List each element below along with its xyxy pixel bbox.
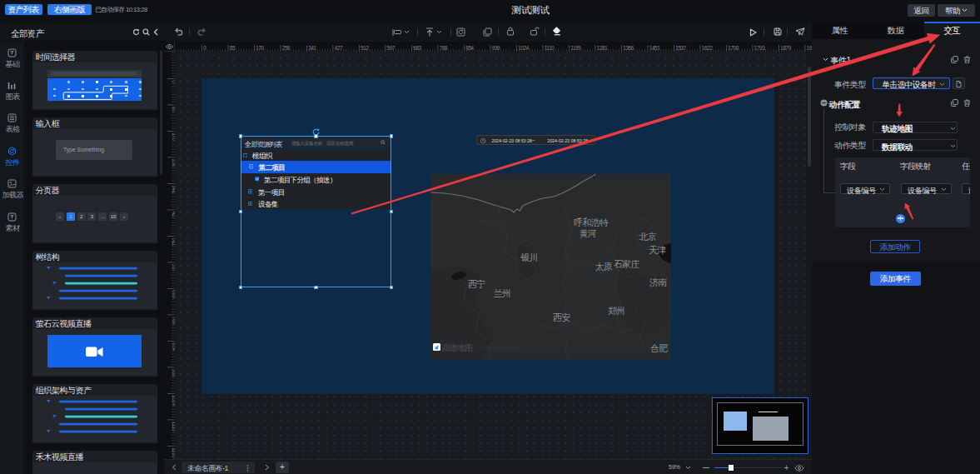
svg-text:济南: 济南	[649, 277, 667, 287]
svg-text:北京: 北京	[638, 232, 656, 242]
svg-text:呼和浩特: 呼和浩特	[574, 217, 609, 227]
svg-text:黄河: 黄河	[580, 228, 597, 238]
svg-text:银川: 银川	[520, 252, 537, 262]
svg-text:郑州: 郑州	[608, 306, 624, 316]
svg-text:兰州: 兰州	[494, 288, 510, 298]
svg-text:1537: 1537	[675, 44, 687, 50]
svg-text:1024: 1024	[518, 44, 530, 50]
svg-text:西安: 西安	[553, 312, 570, 322]
svg-text:西宁: 西宁	[468, 279, 485, 289]
svg-text:1195: 1195	[172, 447, 175, 458]
svg-text:1879: 1879	[780, 44, 792, 50]
svg-text:1195: 1195	[570, 44, 581, 50]
svg-text:© 2024 AutoNavi: © 2024 AutoNavi	[477, 345, 518, 351]
svg-text:高德地图: 高德地图	[441, 343, 472, 352]
svg-text:1622: 1622	[701, 44, 713, 50]
svg-text:1024: 1024	[172, 395, 175, 407]
svg-text:太原: 太原	[594, 262, 612, 272]
svg-text:1451: 1451	[649, 44, 660, 50]
svg-text:合肥: 合肥	[650, 343, 668, 353]
svg-text:1366: 1366	[623, 44, 634, 50]
svg-text:石家庄: 石家庄	[614, 259, 639, 269]
svg-text:1708: 1708	[728, 44, 739, 50]
svg-text:1793: 1793	[754, 44, 765, 50]
svg-text:1281: 1281	[596, 44, 608, 50]
svg-text:天津: 天津	[649, 245, 666, 255]
